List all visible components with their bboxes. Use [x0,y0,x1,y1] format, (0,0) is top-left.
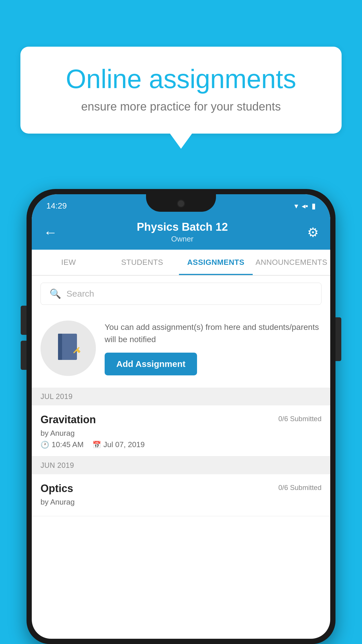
status-icons: ▾ ◂▪ ▮ [294,202,316,211]
speech-bubble-title: Online assignments [44,64,318,94]
assignment-submitted-optics: 0/6 Submitted [278,484,321,492]
front-camera [177,200,185,208]
assignment-time: 🕐 10:45 AM [41,440,84,449]
header-subtitle: Owner [137,235,228,244]
assignment-item-gravitation[interactable]: Gravitation 0/6 Submitted by Anurag 🕐 10… [32,405,330,456]
phone-frame: 14:29 ▾ ◂▪ ▮ ← Physics Batch 12 Owner ⚙ … [27,189,335,644]
tab-students[interactable]: STUDENTS [106,250,179,275]
settings-icon[interactable]: ⚙ [307,225,319,240]
status-time: 14:29 [46,201,67,211]
assignment-submitted: 0/6 Submitted [278,415,321,423]
battery-icon: ▮ [312,202,316,211]
speech-bubble-subtitle: ensure more practice for your students [44,100,318,113]
search-bar[interactable]: 🔍 Search [41,283,321,305]
add-assignment-button[interactable]: Add Assignment [105,353,197,375]
side-button-volume-up [21,306,27,335]
header-center: Physics Batch 12 Owner [137,221,228,244]
header-title: Physics Batch 12 [137,221,228,233]
tab-assignments[interactable]: ASSIGNMENTS [179,250,253,275]
speech-bubble: Online assignments ensure more practice … [20,47,342,134]
assignment-top: Gravitation 0/6 Submitted [41,414,321,426]
assignment-meta: 🕐 10:45 AM 📅 Jul 07, 2019 [41,440,321,449]
back-button[interactable]: ← [43,224,57,240]
phone-content: 14:29 ▾ ◂▪ ▮ ← Physics Batch 12 Owner ⚙ … [32,194,330,639]
tabs-container: IEW STUDENTS ASSIGNMENTS ANNOUNCEMENTS [32,250,330,276]
assignment-name: Gravitation [41,414,96,426]
section-header-jul: JUL 2019 [32,388,330,405]
promo-description: You can add assignment(s) from here and … [105,321,321,346]
side-button-power [335,317,341,361]
app-header: ← Physics Batch 12 Owner ⚙ [32,215,330,250]
phone-notch [146,194,216,212]
assignment-top-2: Optics 0/6 Submitted [41,482,321,495]
svg-rect-1 [58,334,62,360]
tab-announcements[interactable]: ANNOUNCEMENTS [253,250,330,275]
assignment-time-value: 10:45 AM [52,440,84,449]
tab-iew[interactable]: IEW [32,250,106,275]
search-container: 🔍 Search [32,276,330,312]
calendar-icon: 📅 [92,441,101,449]
assignment-name-optics: Optics [41,482,73,495]
clock-icon: 🕐 [41,441,49,449]
signal-icon: ◂▪ [302,202,308,211]
assignment-date: 📅 Jul 07, 2019 [92,440,145,449]
notebook-icon [55,332,81,364]
assignment-by-optics: by Anurag [41,498,321,507]
assignment-item-optics[interactable]: Optics 0/6 Submitted by Anurag [32,474,330,516]
assignment-date-value: Jul 07, 2019 [103,440,145,449]
speech-bubble-container: Online assignments ensure more practice … [20,47,342,134]
search-icon: 🔍 [50,288,61,299]
search-placeholder: Search [66,289,94,299]
promo-right: You can add assignment(s) from here and … [105,321,321,375]
assignment-by: by Anurag [41,429,321,438]
section-header-jun: JUN 2019 [32,456,330,474]
phone-screen: 14:29 ▾ ◂▪ ▮ ← Physics Batch 12 Owner ⚙ … [32,194,330,639]
promo-card: You can add assignment(s) from here and … [32,312,330,388]
wifi-icon: ▾ [294,202,298,211]
side-button-volume-down [21,341,27,370]
promo-icon-circle [41,321,96,376]
